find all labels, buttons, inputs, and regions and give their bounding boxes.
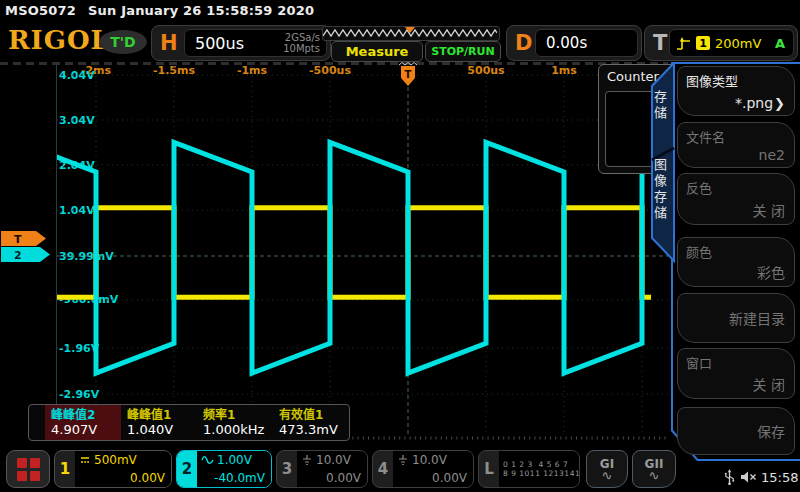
measurement-item[interactable]: 有效值1 473.3mV (273, 405, 349, 440)
sine-icon: ∿ (649, 470, 660, 481)
dc-coupling-icon (79, 454, 91, 466)
generator1-button[interactable]: GI ∿ (586, 450, 628, 488)
measurement-item[interactable]: 峰峰值2 4.907V (45, 405, 121, 440)
menu-item-save[interactable]: 保存 (677, 407, 795, 455)
menu-item-new-directory[interactable]: 新建目录 (677, 293, 795, 343)
channel1-offset: 0.00V (79, 471, 165, 485)
logic-row2: 8 9 1011 12131415 (503, 469, 580, 478)
oscilloscope-screen: MSO5072Sun January 26 15:58:59 2020 RIGO… (0, 0, 800, 492)
measurement-value: 1.040V (127, 422, 197, 437)
channel3-offset: 0.00V (301, 471, 361, 485)
menu-item-invert[interactable]: 反色 关 闭 (677, 173, 795, 225)
channel1-badge: 1 (55, 451, 75, 487)
ground-coupling-icon (301, 454, 313, 466)
menu-item-label: 颜色 (686, 242, 712, 261)
menu-item-filename[interactable]: 文件名 ne2 (677, 122, 795, 168)
ch2-offset-marker[interactable]: 2 (1, 247, 50, 262)
menu-item-value: 新建目录 (729, 308, 785, 328)
channel2-badge: 2 (177, 451, 197, 487)
menu-item-value: 保存 (757, 421, 785, 441)
measurement-item[interactable]: 频率1 1.000kHz (197, 405, 273, 440)
ac-coupling-icon (201, 455, 214, 465)
measurement-label: 频率1 (203, 408, 273, 422)
clock: 15:58 (761, 470, 798, 485)
channel2-offset: -40.0mV (201, 471, 265, 485)
measurement-label: 有效值1 (279, 408, 349, 422)
menu-item-label: 文件名 (686, 127, 725, 146)
menu-item-window[interactable]: 窗口 关 闭 (677, 348, 795, 399)
usb-icon (723, 468, 736, 486)
menu-item-value: 关 闭 (753, 374, 785, 394)
menu-item-image-type[interactable]: 图像类型 *.png❯ (677, 66, 795, 116)
measurement-item[interactable]: 峰峰值1 1.040V (121, 405, 197, 440)
menu-item-value: ne2 (759, 147, 785, 163)
channel3-box[interactable]: 3 10.0V 0.00V (276, 450, 368, 488)
grid-lines (57, 66, 668, 436)
generator2-button[interactable]: GII ∿ (632, 450, 676, 488)
measurement-label: 峰峰值1 (127, 408, 197, 422)
measurement-value: 1.000kHz (203, 422, 273, 437)
menu-item-label: 图像类型 (686, 71, 738, 90)
channel3-badge: 3 (277, 451, 297, 487)
menu-item-value: 关 闭 (753, 200, 785, 220)
ch1-trace (56, 208, 660, 298)
measurement-value: 4.907V (51, 422, 121, 437)
speaker-muted-icon[interactable] (740, 470, 757, 484)
channel1-box[interactable]: 1 500mV 0.00V (54, 450, 172, 488)
menu-item-color[interactable]: 颜色 彩色 (677, 237, 795, 287)
sine-icon: ∿ (602, 470, 613, 481)
grid-icon (17, 458, 40, 481)
tab-storage[interactable]: 存储 (651, 90, 667, 122)
measurement-label: 峰峰值2 (51, 408, 121, 422)
svg-text:T: T (14, 233, 22, 246)
svg-text:T: T (405, 69, 412, 80)
tab-image-storage[interactable]: 图像存储 (651, 158, 667, 222)
logic-row1: 0 1 2 3 4 5 6 7 (503, 460, 580, 469)
menu-item-value: *.png❯ (735, 95, 785, 111)
chevron-right-icon: ❯ (774, 96, 785, 111)
measurement-overlay: 峰峰值2 4.907V 峰峰值1 1.040V 频率1 1.000kHz 有效值… (28, 404, 350, 441)
channel4-box[interactable]: 4 10.0V 0.00V (372, 450, 474, 488)
trigger-level-marker[interactable]: T (1, 231, 46, 246)
channel2-scale: 1.00V (217, 453, 252, 467)
ground-coupling-icon (397, 454, 409, 466)
windows-button[interactable] (6, 450, 50, 488)
menu-item-label: 窗口 (686, 353, 712, 372)
channel4-scale: 10.0V (412, 453, 447, 467)
channel4-badge: 4 (373, 451, 393, 487)
menu-item-label: 反色 (686, 178, 712, 197)
channel3-scale: 10.0V (316, 453, 351, 467)
channel2-box[interactable]: 2 1.00V -40.0mV (176, 450, 272, 488)
logic-badge: L (479, 451, 499, 487)
measurement-value: 473.3mV (279, 422, 349, 437)
trigger-position-marker[interactable]: T (399, 63, 417, 87)
channel4-offset: 0.00V (397, 471, 467, 485)
channel1-scale: 500mV (94, 453, 137, 467)
svg-text:2: 2 (14, 249, 22, 262)
menu-item-value: 彩色 (757, 262, 785, 282)
logic-channels-box[interactable]: L 0 1 2 3 4 5 6 7 8 9 1011 12131415 (478, 450, 580, 488)
